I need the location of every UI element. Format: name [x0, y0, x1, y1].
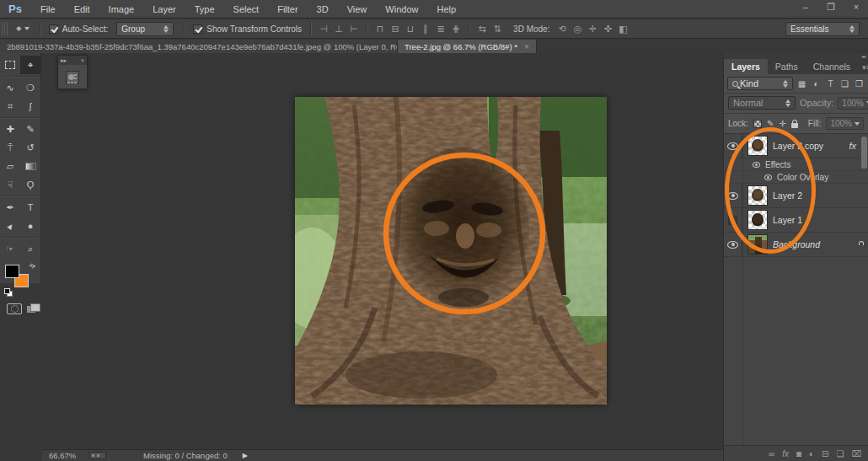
tool-zoom[interactable]: ⌕	[20, 239, 40, 258]
tool-history-brush[interactable]: ↺	[20, 138, 40, 157]
lock-all-icon[interactable]	[791, 123, 798, 128]
visibility-toggle[interactable]	[724, 208, 742, 232]
3d-pan-icon[interactable]: ✛	[585, 24, 600, 35]
tool-rectangular-marquee[interactable]	[0, 56, 20, 74]
menu-layer[interactable]: Layer	[153, 4, 176, 14]
layer-thumbnail[interactable]	[747, 234, 768, 255]
new-group-icon[interactable]: ⊟	[822, 449, 828, 458]
tool-pen[interactable]: ✒	[0, 198, 20, 217]
document-canvas[interactable]	[295, 97, 607, 405]
tool-eyedropper[interactable]: ʃ	[20, 97, 40, 115]
menu-window[interactable]: Window	[385, 4, 418, 14]
eye-icon[interactable]	[753, 162, 760, 168]
tab-layers[interactable]: Layers	[724, 59, 768, 74]
delete-layer-icon[interactable]: ⌧	[851, 449, 861, 458]
tab-2-close-icon[interactable]: ×	[524, 42, 529, 51]
3d-roll-icon[interactable]: ◎	[570, 24, 585, 35]
restore-button[interactable]: ❐	[824, 2, 838, 13]
tool-type[interactable]: T	[20, 198, 40, 217]
show-transform-checkbox[interactable]: Show Transform Controls	[193, 24, 302, 34]
default-colors-icon[interactable]	[4, 288, 12, 295]
menu-edit[interactable]: Edit	[74, 4, 90, 14]
distribute-left-icon[interactable]: ∥	[418, 24, 433, 35]
quick-mask-button[interactable]	[7, 303, 22, 314]
auto-select-target-dropdown[interactable]: Group	[116, 22, 174, 36]
document-tab-2[interactable]: Tree-2.jpg @ 66.7% (RGB/8#) * ×	[398, 40, 537, 53]
tool-brush[interactable]: ✎	[20, 120, 40, 138]
add-layer-mask-icon[interactable]: ◙	[796, 449, 801, 458]
document-tab-1[interactable]: 2b891019-337a-4b39-b35f-25f9dc73f6aa_1.3…	[0, 40, 398, 53]
link-layers-icon[interactable]: ∞	[769, 449, 774, 458]
visibility-toggle[interactable]	[724, 134, 742, 158]
filter-smart-object-icon[interactable]: ❐	[854, 79, 865, 88]
filter-shape-icon[interactable]: ❏	[839, 79, 850, 88]
visibility-toggle[interactable]	[724, 233, 742, 256]
align-right-edges-icon[interactable]: ⊢	[346, 24, 362, 35]
canvas-area[interactable]: ▸▸ ×	[42, 53, 723, 461]
layer-style-icon[interactable]: fx	[782, 449, 789, 458]
effects-row[interactable]: Effects	[724, 158, 868, 171]
panel-collapse-arrows-icon[interactable]: ◂◂	[861, 53, 865, 59]
panel-menu-icon[interactable]: ▾≡	[858, 61, 868, 74]
tool-clone-stamp[interactable]: ⍑	[0, 138, 20, 157]
tool-move[interactable]: ⌖	[20, 56, 40, 74]
tab-channels[interactable]: Channels	[806, 59, 858, 74]
menu-3d[interactable]: 3D	[317, 4, 329, 14]
eye-icon[interactable]	[764, 174, 772, 180]
align-horizontal-centers-icon[interactable]: ⊥	[331, 24, 346, 35]
workspace-dropdown[interactable]: Essentials	[785, 22, 860, 36]
distribute-vertical-icon[interactable]: ⇅	[490, 24, 505, 35]
lock-position-icon[interactable]: ✛	[779, 119, 785, 128]
minimize-button[interactable]: –	[799, 2, 812, 13]
layer-thumbnail[interactable]	[747, 185, 768, 206]
tab-paths[interactable]: Paths	[768, 59, 806, 74]
checkbox-checked-icon[interactable]	[193, 24, 202, 34]
tool-spot-healing[interactable]: ✚	[0, 120, 20, 138]
filter-image-icon[interactable]: ▦	[796, 79, 807, 88]
new-layer-icon[interactable]: ❏	[837, 449, 844, 458]
current-tool-indicator[interactable]: ⌖	[11, 23, 35, 35]
close-button[interactable]: ×	[849, 2, 863, 13]
screen-mode-button[interactable]	[27, 303, 40, 314]
checkbox-checked-icon[interactable]	[49, 24, 58, 34]
layer-row-layer2[interactable]: Layer 2	[724, 184, 868, 208]
tool-ellipse-shape[interactable]: ●	[20, 217, 40, 235]
tool-dodge[interactable]: Ϙ	[20, 175, 40, 194]
layer-fx-badge[interactable]: fx	[849, 141, 856, 151]
panel-close-icon[interactable]: ×	[81, 57, 84, 63]
align-left-edges-icon[interactable]: ⊣	[316, 24, 331, 35]
color-overlay-row[interactable]: Color Overlay	[724, 171, 868, 184]
tool-eraser[interactable]: ▱	[0, 157, 20, 175]
tool-smudge[interactable]: ☟	[0, 175, 20, 194]
zoom-level-field[interactable]: 66.67%	[49, 451, 86, 460]
opacity-field[interactable]: 100%	[838, 97, 868, 110]
menu-select[interactable]: Select	[233, 4, 260, 14]
align-top-edges-icon[interactable]: ⊓	[372, 24, 388, 35]
blend-mode-dropdown[interactable]: Normal	[728, 96, 796, 110]
align-bottom-edges-icon[interactable]: ⊔	[403, 24, 418, 35]
options-grip[interactable]	[2, 22, 8, 35]
panel-collapse-icon[interactable]: ▸▸	[61, 57, 67, 64]
distribute-horizontal-icon[interactable]: ⇆	[474, 24, 490, 35]
tool-path-selection[interactable]: ►	[0, 217, 20, 235]
tool-gradient[interactable]	[20, 157, 40, 175]
menu-image[interactable]: Image	[109, 4, 135, 14]
layer-thumbnail[interactable]	[747, 136, 768, 156]
filter-type-icon[interactable]: T	[825, 79, 836, 88]
tool-hand[interactable]: ☞	[0, 239, 20, 258]
status-play-icon[interactable]: ▶	[243, 452, 248, 459]
foreground-color-swatch[interactable]	[5, 265, 19, 278]
swap-colors-icon[interactable]: ⇄	[28, 261, 37, 271]
distribute-centers-icon[interactable]: ≣	[433, 24, 448, 35]
layer-row-background[interactable]: Background	[724, 233, 868, 257]
layer-thumbnail[interactable]	[747, 210, 768, 230]
lock-pixels-icon[interactable]: ✎	[767, 119, 774, 128]
menu-view[interactable]: View	[347, 4, 367, 14]
filter-adjustment-icon[interactable]: ◐	[811, 79, 822, 88]
auto-select-checkbox[interactable]: Auto-Select:	[49, 24, 108, 34]
tool-quick-selection[interactable]: ❍	[20, 78, 40, 97]
3d-scale-icon[interactable]: ◧	[615, 24, 630, 35]
menu-type[interactable]: Type	[195, 4, 215, 14]
tool-lasso[interactable]: ∿	[0, 78, 20, 97]
layer-row-layer2copy[interactable]: Layer 2 copy fx	[724, 134, 868, 158]
